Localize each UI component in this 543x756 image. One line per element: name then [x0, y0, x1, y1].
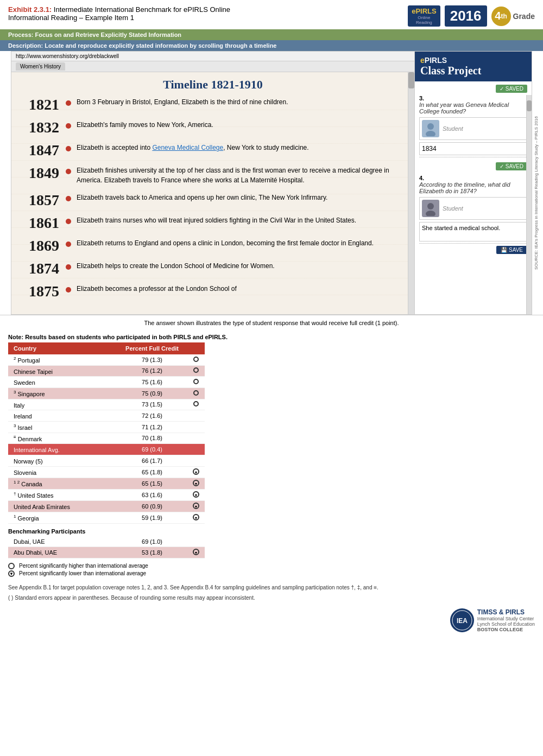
source-label: SOURCE: IEA's Progress in International … — [534, 116, 539, 270]
table-cell-country: International Avg. — [8, 444, 117, 455]
save-label-4: SAVE — [509, 247, 523, 253]
table-cell-icon: ▼ — [187, 500, 205, 512]
scroll-bar[interactable] — [408, 72, 414, 314]
q-scroll-thumb[interactable] — [527, 100, 532, 111]
saved-area-2: ✓ SAVED — [415, 162, 532, 173]
text-1869: Elizabeth returns to England and opens a… — [77, 238, 403, 248]
saved-button-2[interactable]: ✓ SAVED — [496, 162, 527, 170]
timeline-entry-1874: 1874 Elizabeth helps to create the Londo… — [22, 261, 403, 276]
dotted-line-4 — [419, 243, 527, 244]
down-legend-label: Percent significantly lower than interna… — [19, 570, 146, 576]
table-cell-icon: ▼ — [187, 512, 205, 523]
table-cell-value: 75 (1.6) — [117, 377, 187, 388]
table-cell-country: Norway (5) — [8, 455, 117, 466]
reading-label: Reading — [412, 20, 437, 25]
dot-1857 — [66, 196, 71, 201]
table-cell-value: 63 (1.6) — [117, 489, 187, 500]
table-cell-value: 59 (1.9) — [117, 512, 187, 523]
footnote-2: ( ) Standard errors appear in parenthese… — [0, 593, 543, 603]
pirls-text: PIRLS — [425, 56, 447, 65]
epirls-brand: ePIRLS — [412, 7, 437, 15]
bench-row: Abu Dhabi, UAE 53 (1.8) ▼ — [8, 547, 205, 558]
svg-point-0 — [427, 123, 434, 130]
geneva-link[interactable]: Geneva Medical College — [152, 144, 223, 151]
table-cell-value: 65 (1.5) — [117, 478, 187, 489]
table-row: 3 Singapore 75 (0.9) — [8, 387, 205, 399]
circle-legend-icon — [8, 563, 15, 569]
table-cell-icon: ▼ — [187, 466, 205, 478]
saved-label-2: SAVED — [506, 163, 523, 169]
year-1869: 1869 — [22, 238, 66, 253]
table-cell-country: United Arab Emirates — [8, 500, 117, 512]
q3-answer-box[interactable]: 1834 — [419, 142, 527, 155]
table-cell-value: 75 (0.9) — [117, 387, 187, 399]
legend-item-down: ▼ Percent significantly lower than inter… — [8, 570, 535, 577]
timss-sub1: International Study Center — [477, 616, 535, 621]
timss-sub3: BOSTON COLLEGE — [477, 627, 535, 632]
bench-cell-icon: ▼ — [187, 547, 205, 558]
q3-student-box: Student — [419, 117, 527, 140]
save-button-4[interactable]: 💾 SAVE — [496, 246, 527, 254]
dot-1832 — [66, 123, 71, 129]
bench-row: Dubai, UAE 69 (1.0) — [8, 537, 205, 547]
bench-cell-value: 53 (1.8) — [117, 547, 187, 558]
q-scroll-bar[interactable] — [526, 95, 532, 314]
legend-item-circle: Percent significantly higher than intern… — [8, 563, 535, 569]
scroll-thumb[interactable] — [408, 72, 414, 88]
table-cell-country: Italy — [8, 399, 117, 410]
exhibit-label: Exhibit 2.3.1: — [8, 5, 52, 14]
student-label-3: Student — [443, 125, 463, 132]
table-row: 1 2 Canada 65 (1.5) ▼ — [8, 478, 205, 489]
right-panel-header: ePIRLS Class Project — [415, 52, 532, 81]
table-row: 3 Israel 71 (1.2) — [8, 421, 205, 433]
timss-sub2: Lynch School of Education — [477, 621, 535, 627]
timeline-entry-1849: 1849 Elizabeth finishes university at th… — [22, 166, 403, 185]
table-cell-value: 60 (0.9) — [117, 500, 187, 512]
table-row: Ireland 72 (1.6) — [8, 410, 205, 422]
check-icon-2: ✓ — [500, 163, 504, 169]
logo-area: ePIRLS Online Reading 2016 4th Grade — [408, 5, 535, 27]
table-cell-country: Ireland — [8, 410, 117, 422]
table-header-percent: Percent Full Credit — [117, 342, 187, 354]
bench-cell-country: Dubai, UAE — [8, 537, 117, 547]
timss-title: TIMSS & PIRLS — [477, 608, 535, 616]
year-display: 2016 — [445, 5, 487, 27]
down-legend-icon: ▼ — [8, 570, 15, 577]
table-cell-value: 73 (1.5) — [117, 399, 187, 410]
year-1849: 1849 — [22, 166, 66, 181]
answer-caption: The answer shown illustrates the type of… — [0, 315, 543, 331]
table-cell-value: 65 (1.8) — [117, 466, 187, 478]
footnote-1: See Appendix B.1 for target population c… — [0, 582, 543, 593]
timss-text-area: TIMSS & PIRLS International Study Center… — [477, 608, 535, 632]
table-cell-value: 69 (0.4) — [117, 444, 187, 455]
table-cell-value: 72 (1.6) — [117, 410, 187, 422]
q4-student-box: Student — [419, 197, 527, 220]
q4-text: According to the timeline, what did Eliz… — [419, 181, 527, 194]
table-cell-icon — [187, 387, 205, 399]
epirls-label: ePIRLS — [420, 56, 526, 65]
iea-logo: IEA TIMSS & PIRLS International Study Ce… — [450, 608, 535, 632]
note-text: Note: Results based on students who part… — [0, 331, 543, 342]
legend-area: Percent significantly higher than intern… — [0, 558, 543, 582]
timeline-entry-1875: 1875 Elizabeth becomes a professor at th… — [22, 284, 403, 299]
table-cell-country: 1 Georgia — [8, 512, 117, 523]
table-cell-country: † United States — [8, 489, 117, 500]
q4-answer-box[interactable]: She started a medical school. — [419, 222, 527, 242]
bench-table: Dubai, UAE 69 (1.0) Abu Dhabi, UAE 53 (1… — [8, 537, 205, 558]
exhibit-subtitle: Informational Reading – Example Item 1 — [8, 14, 230, 22]
table-cell-country: Chinese Taipei — [8, 365, 117, 377]
timeline-title: Timeline 1821-1910 — [11, 72, 414, 94]
browser-tab[interactable]: Women's History — [16, 62, 65, 71]
table-cell-icon — [187, 377, 205, 388]
table-row: † United States 63 (1.6) ▼ — [8, 489, 205, 500]
svg-point-3 — [426, 211, 435, 216]
text-1875: Elizabeth becomes a professor at the Lon… — [77, 284, 403, 294]
main-screenshot: http://www.womenshistory.org/dreblackwel… — [11, 51, 532, 315]
browser-url: http://www.womenshistory.org/dreblackwel… — [16, 53, 410, 59]
table-row: Chinese Taipei 76 (1.2) — [8, 365, 205, 377]
iea-circle: IEA — [450, 608, 474, 632]
saved-button-1[interactable]: ✓ SAVED — [496, 85, 527, 93]
table-cell-country: 1 2 Canada — [8, 478, 117, 489]
timeline-entry-1869: 1869 Elizabeth returns to England and op… — [22, 238, 403, 253]
q3-number: 3. — [419, 95, 527, 101]
